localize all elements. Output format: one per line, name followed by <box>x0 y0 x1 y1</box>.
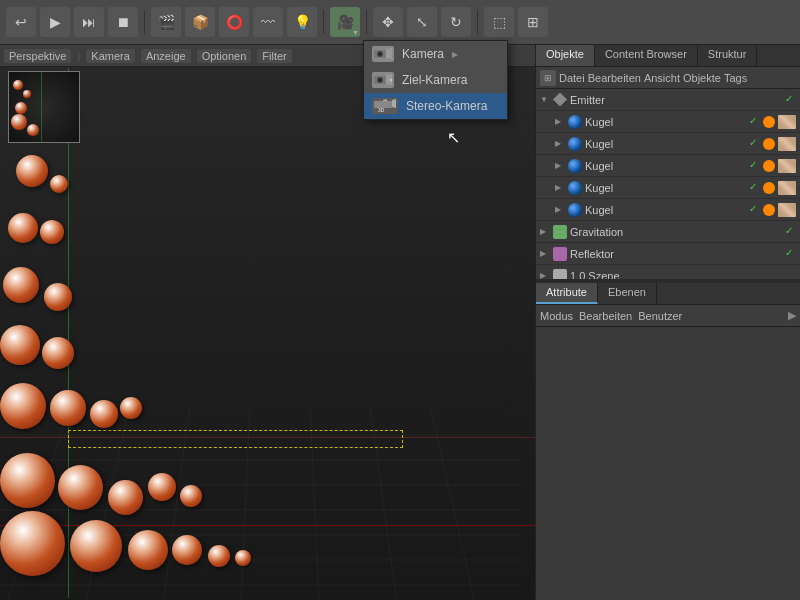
toolbar-icon-film[interactable]: 🎬 <box>151 7 181 37</box>
kugel-check-2[interactable]: ✓ <box>746 137 760 151</box>
menu-tags[interactable]: Tags <box>724 72 747 84</box>
toolbar-icon-select[interactable]: ⬚ <box>484 7 514 37</box>
svg-marker-13 <box>392 99 396 108</box>
attr-modus[interactable]: Modus <box>540 310 573 322</box>
reflektor-check[interactable]: ✓ <box>782 247 796 261</box>
sphere-icon-5 <box>568 203 582 217</box>
kugel-check-1[interactable]: ✓ <box>746 115 760 129</box>
tree-item-kugel-4[interactable]: ▶ Kugel ✓ <box>536 177 800 199</box>
preview-box <box>8 71 80 143</box>
gravitation-check[interactable]: ✓ <box>782 225 796 239</box>
kugel-tex-5 <box>778 203 796 217</box>
gravity-icon <box>553 225 567 239</box>
kugel-tex-2 <box>778 137 796 151</box>
toolbar-icon-rotate[interactable]: ↻ <box>441 7 471 37</box>
attr-tabs: Attribute Ebenen <box>536 283 800 305</box>
kugel-dot-5 <box>763 204 775 216</box>
toolbar-icon-light[interactable]: 💡 <box>287 7 317 37</box>
tree-item-kugel-3[interactable]: ▶ Kugel ✓ <box>536 155 800 177</box>
toolbar-sep-4 <box>477 10 478 34</box>
ball-7 <box>3 267 39 303</box>
ball-13 <box>90 400 118 428</box>
toolbar-sep-3 <box>366 10 367 34</box>
tree-item-reflektor[interactable]: ▶ Reflektor ✓ <box>536 243 800 265</box>
rsb-icon-grid[interactable]: ⊞ <box>540 70 556 86</box>
ball-20 <box>0 511 65 576</box>
kamera-icon <box>372 46 394 62</box>
tab-attribute[interactable]: Attribute <box>536 283 598 304</box>
ball-18 <box>148 473 176 501</box>
tree-item-kugel-5[interactable]: ▶ Kugel ✓ <box>536 199 800 221</box>
kugel-check-4[interactable]: ✓ <box>746 181 760 195</box>
ball-3 <box>16 155 48 187</box>
toolbar-icon-cube[interactable]: 📦 <box>185 7 215 37</box>
scene-icon <box>553 269 567 280</box>
viewport[interactable]: Perspektive | Kamera Anzeige Optionen Fi… <box>0 45 535 600</box>
sphere-icon-2 <box>568 137 582 151</box>
szene-label: 1.0 Szene <box>570 270 796 280</box>
kugel-dot-1 <box>763 116 775 128</box>
tree-item-emitter[interactable]: ▼ Emitter ✓ <box>536 89 800 111</box>
kamera-label: Kamera <box>402 47 444 61</box>
tree-arrow-kugel-5: ▶ <box>555 205 565 214</box>
tree-arrow-kugel-2: ▶ <box>555 139 565 148</box>
tab-ebenen[interactable]: Ebenen <box>598 283 657 304</box>
tree-item-gravitation[interactable]: ▶ Gravitation ✓ <box>536 221 800 243</box>
kugel-label-2: Kugel <box>585 138 743 150</box>
tree-item-kugel-2[interactable]: ▶ Kugel ✓ <box>536 133 800 155</box>
stereo-kamera-label: Stereo-Kamera <box>406 99 487 113</box>
emitter-check[interactable]: ✓ <box>782 93 796 107</box>
camera-menu-ziel-kamera[interactable]: Ziel-Kamera <box>364 67 507 93</box>
tab-content-browser[interactable]: Content Browser <box>595 45 698 66</box>
ball-11 <box>0 383 46 429</box>
menu-bearbeiten[interactable]: Bearbeiten <box>588 72 641 84</box>
camera-menu-stereo-kamera[interactable]: 3D Stereo-Kamera <box>364 93 507 119</box>
tree-arrow-reflektor: ▶ <box>540 249 550 258</box>
toolbar-icon-stop[interactable]: ⏹ <box>108 7 138 37</box>
menu-objekte[interactable]: Objekte <box>683 72 721 84</box>
toolbar-icon-nurbs[interactable]: ⭕ <box>219 7 249 37</box>
menu-datei[interactable]: Datei <box>559 72 585 84</box>
ball-4 <box>50 175 68 193</box>
right-sub-toolbar: ⊞ Datei Bearbeiten Ansicht Objekte Tags <box>536 67 800 89</box>
toolbar-sep-2 <box>323 10 324 34</box>
menu-ansicht[interactable]: Ansicht <box>644 72 680 84</box>
attr-scroll-right[interactable]: ▶ <box>788 309 796 322</box>
tree-arrow-kugel-3: ▶ <box>555 161 565 170</box>
toolbar-icon-deform[interactable]: 〰 <box>253 7 283 37</box>
svg-point-7 <box>379 79 382 82</box>
toolbar-icon-scale[interactable]: ⤡ <box>407 7 437 37</box>
ball-23 <box>172 535 202 565</box>
attribute-panel: Attribute Ebenen Modus Bearbeiten Benutz… <box>536 283 800 600</box>
emitter-icon <box>553 93 567 107</box>
toolbar-icon-snap[interactable]: ⊞ <box>518 7 548 37</box>
camera-dropdown-menu: Kamera ▶ Ziel-Kamera 3D <box>363 40 508 120</box>
toolbar-icon-step[interactable]: ⏭ <box>74 7 104 37</box>
camera-menu-kamera[interactable]: Kamera ▶ <box>364 41 507 67</box>
ball-6 <box>40 220 64 244</box>
object-tree[interactable]: ▼ Emitter ✓ ▶ Kugel ✓ ▶ Kugel ✓ <box>536 89 800 279</box>
attr-content <box>536 327 800 600</box>
main-area: Perspektive | Kamera Anzeige Optionen Fi… <box>0 45 800 600</box>
tab-objekte[interactable]: Objekte <box>536 45 595 66</box>
toolbar-icon-move[interactable]: ✥ <box>373 7 403 37</box>
tree-item-szene[interactable]: ▶ 1.0 Szene <box>536 265 800 279</box>
kugel-label-3: Kugel <box>585 160 743 172</box>
attr-benutzer[interactable]: Benutzer <box>638 310 682 322</box>
ball-8 <box>44 283 72 311</box>
tree-item-kugel-1[interactable]: ▶ Kugel ✓ <box>536 111 800 133</box>
ball-16 <box>58 465 103 510</box>
svg-text:3D: 3D <box>378 107 385 113</box>
right-panel: Objekte Content Browser Struktur ⊞ Datei… <box>535 45 800 600</box>
toolbar-icon-undo[interactable]: ↩ <box>6 7 36 37</box>
kugel-check-5[interactable]: ✓ <box>746 203 760 217</box>
ball-12 <box>50 390 86 426</box>
kugel-dot-3 <box>763 160 775 172</box>
tree-arrow-gravitation: ▶ <box>540 227 550 236</box>
ziel-kamera-label: Ziel-Kamera <box>402 73 467 87</box>
toolbar-icon-camera[interactable]: 🎥 ▼ <box>330 7 360 37</box>
kugel-check-3[interactable]: ✓ <box>746 159 760 173</box>
toolbar-icon-play[interactable]: ▶ <box>40 7 70 37</box>
attr-bearbeiten[interactable]: Bearbeiten <box>579 310 632 322</box>
tab-struktur[interactable]: Struktur <box>698 45 758 66</box>
